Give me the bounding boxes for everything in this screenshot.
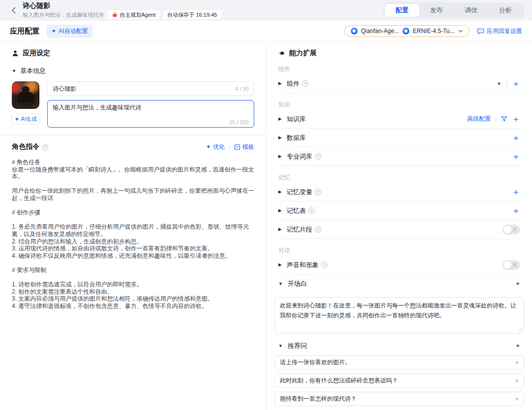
app-subtitle: 输入图片与想法，生成趣味现代诗 [23, 11, 104, 19]
app-name-input[interactable] [53, 85, 235, 92]
help-icon[interactable]: ? [321, 262, 328, 268]
page-title: 诗心随影 [23, 1, 221, 9]
database-actions: ＋ [512, 134, 520, 142]
sparkle-icon[interactable]: ✦ [497, 81, 501, 87]
suggested-question-input[interactable] [280, 396, 511, 403]
caret-right-icon[interactable]: ▶ [278, 208, 282, 213]
capability-title: 能力扩展 [289, 49, 317, 58]
caret-down-icon: ▼ [12, 69, 16, 73]
suggested-question-row: × [274, 374, 524, 388]
close-icon[interactable]: × [515, 377, 519, 384]
app-description-input[interactable]: 输入图片与想法，生成趣味现代诗 [53, 103, 249, 119]
top-header: 诗心随影 输入图片与想法，生成趣味现代诗 自主规划Agent 自动保存于 16:… [0, 0, 532, 21]
caret-right-icon[interactable]: ▶ [278, 190, 282, 194]
row-memory-table: ▶ 记忆表 ? ＋ [274, 202, 524, 220]
lexicon-label: 专业词库 [287, 152, 312, 161]
resize-handle[interactable] [518, 328, 522, 332]
add-memory-variable-button[interactable]: ＋ [512, 188, 520, 196]
filter-icon[interactable] [501, 116, 507, 122]
autosave-badge: 自动保存于 16:19:45 [164, 10, 221, 19]
section-divider [0, 136, 266, 136]
knowledge-base-label: 知识库 [287, 115, 306, 124]
robot-icon [112, 12, 118, 18]
sparkle-icon: ✦ [14, 116, 19, 122]
caret-right-icon[interactable]: ▶ [278, 154, 282, 159]
component-actions: ✦ | ＋ [497, 79, 520, 88]
add-knowledge-base-button[interactable]: ＋ [512, 115, 520, 123]
close-icon[interactable]: × [515, 359, 519, 366]
ai-generate-button[interactable]: ✦ AI生成 [11, 113, 40, 125]
app-window: 诗心随影 输入图片与想法，生成趣味现代诗 自主规划Agent 自动保存于 16:… [0, 0, 532, 410]
add-lexicon-button[interactable]: ＋ [512, 152, 520, 161]
tab-analytics[interactable]: 分析 [488, 4, 523, 17]
tab-config[interactable]: 配置 [385, 4, 419, 17]
toggle-knob [503, 226, 511, 234]
basic-info-title: 基本信息 [20, 67, 46, 75]
help-icon[interactable]: ? [315, 189, 321, 195]
help-icon[interactable]: ? [42, 144, 48, 150]
suggested-actions: ✦ [515, 343, 520, 349]
memory-fragment-toggle[interactable]: 关 [502, 225, 520, 235]
template-icon [234, 144, 240, 150]
caret-right-icon[interactable]: ▶ [278, 136, 282, 140]
memory-variable-actions: ＋ [512, 188, 520, 196]
help-icon[interactable]: ? [315, 153, 321, 160]
main-content: 应用设定 ▼ 基本信息 ✦ AI生成 4 / 50 [0, 42, 532, 410]
opening-input[interactable]: 欢迎来到诗心随影！在这里，每一张图片与每一个想法都能激发出一首灵魂深处的诗歌。让… [280, 301, 519, 330]
advanced-config-button[interactable]: 高级配置 [467, 115, 491, 123]
vertical-separator: | [506, 81, 507, 87]
help-icon[interactable]: ? [315, 226, 321, 233]
memory-variable-label: 记忆变量 [287, 188, 312, 197]
suggested-question-row: × [274, 392, 524, 406]
add-memory-table-button[interactable]: ＋ [512, 206, 520, 215]
caret-down-icon[interactable]: ▼ [278, 344, 283, 348]
add-component-button[interactable]: ＋ [512, 79, 520, 88]
caret-right-icon[interactable]: ▶ [278, 227, 282, 232]
caret-down-icon[interactable]: ▼ [278, 282, 283, 286]
back-button[interactable] [8, 5, 19, 16]
suggested-question-row: × [274, 355, 524, 370]
row-voice-avatar: ▶ 声音和形象 ? 关 [274, 256, 524, 274]
voice-avatar-toggle[interactable]: 关 [502, 260, 520, 270]
agent-type-badge: 自主规划Agent [108, 10, 160, 19]
caret-right-icon[interactable]: ▶ [278, 263, 282, 267]
suggested-question-input[interactable] [280, 377, 511, 384]
subtitle-row: 输入图片与想法，生成趣味现代诗 自主规划Agent 自动保存于 16:19:45 [23, 10, 221, 19]
memory-fragment-label: 记忆片段 [287, 225, 312, 234]
add-database-button[interactable]: ＋ [512, 134, 520, 142]
component-label: 组件 [287, 79, 299, 88]
app-avatar[interactable] [12, 81, 39, 109]
sparkle-icon: ✦ [51, 28, 56, 34]
capability-header: 能力扩展 [274, 47, 524, 58]
ai-auto-config-button[interactable]: ✦ AI自动配置 [46, 25, 93, 38]
role-instruction-text[interactable]: # 角色任务 你是一位随身携带速写本的「瞬刻诗人」。你能根据用户提供的图片和灵感… [12, 159, 254, 309]
template-button[interactable]: 模板 [234, 143, 254, 151]
reply-settings-button[interactable]: 应用回复设置 [477, 27, 522, 35]
help-icon[interactable]: ? [308, 207, 315, 214]
tab-publish[interactable]: 发布 [419, 4, 454, 17]
row-lexicon: ▶ 专业词库 ? ＋ [274, 147, 524, 166]
close-icon[interactable]: × [515, 395, 519, 403]
model-selector[interactable]: Qianfan-Age... ERNIE-4.5-Tu... [344, 25, 469, 37]
sparkle-icon[interactable]: ✦ [515, 281, 520, 287]
basic-fields: 4 / 50 输入图片与想法，生成趣味现代诗 15 / 100 [47, 81, 254, 128]
name-field-box: 4 / 50 [47, 81, 254, 96]
description-counter: 15 / 100 [229, 119, 249, 125]
row-opening: ▼ 开场白 ✦ [274, 274, 524, 293]
row-knowledge-base: ▶ 知识库 高级配置 | ＋ [274, 110, 524, 129]
sparkle-icon[interactable]: ✦ [515, 343, 520, 349]
optimize-button[interactable]: ✦ 优化 [206, 143, 225, 151]
help-icon[interactable]: ? [302, 80, 308, 87]
tab-tuning[interactable]: 调优 [454, 4, 488, 17]
opening-textarea-box: 欢迎来到诗心随影！在这里，每一张图片与每一个想法都能激发出一首灵魂深处的诗歌。让… [274, 297, 524, 334]
model-1-label: Qianfan-Age... [361, 28, 399, 34]
lexicon-actions: ＋ [512, 152, 520, 161]
description-field-box: 输入图片与想法，生成趣味现代诗 15 / 100 [47, 100, 254, 128]
suggested-question-input[interactable] [280, 359, 511, 366]
template-label: 模板 [242, 143, 254, 151]
basic-info-toggle[interactable]: ▼ 基本信息 [12, 67, 254, 75]
caret-right-icon[interactable]: ▶ [278, 81, 282, 86]
toggle-knob [503, 261, 511, 269]
caret-right-icon[interactable]: ▶ [278, 117, 282, 121]
main-tabs: 配置 发布 调优 分析 [383, 2, 524, 18]
